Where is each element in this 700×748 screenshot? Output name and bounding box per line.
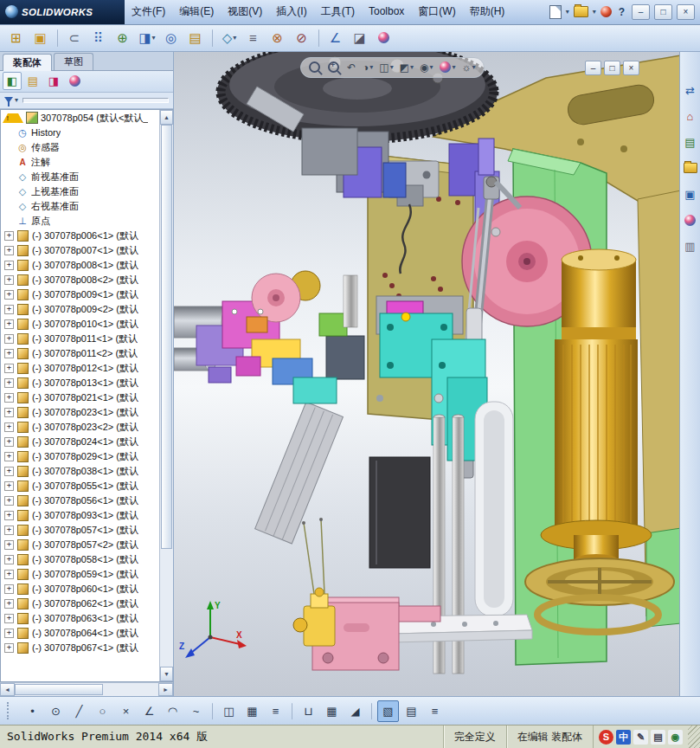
scroll-right-icon[interactable]: ► — [158, 683, 173, 696]
appearances-icon[interactable] — [681, 211, 699, 229]
tree-item[interactable]: + (-) 307078p006<1> (默认 — [1, 229, 159, 243]
expand-toggle-icon[interactable]: + — [4, 496, 14, 506]
section-view-icon[interactable]: ◑▾ — [361, 61, 375, 74]
tree-item[interactable]: + (-) 307078p063<1> (默认 — [1, 611, 159, 626]
document-close-button[interactable]: × — [623, 61, 639, 75]
new-document-icon[interactable] — [549, 5, 562, 19]
bill-of-materials-icon[interactable]: ≡ — [242, 27, 265, 49]
tree-item[interactable]: + (-) 307078p060<1> (默认 — [1, 582, 159, 596]
tree-item[interactable]: + (-) 307078p029<1> (默认 — [1, 449, 159, 464]
tree-item[interactable]: + (-) 307078p007<1> (默认 — [1, 243, 159, 258]
arc-tool-icon[interactable]: ◠ — [162, 700, 183, 722]
resize-grip[interactable] — [688, 725, 700, 748]
menu-item[interactable]: 窗口(W) — [411, 0, 462, 23]
show-hidden-components-icon[interactable]: ◎ — [160, 27, 183, 49]
menu-item[interactable]: 工具(T) — [314, 0, 362, 23]
mate-icon[interactable]: ⊂ — [63, 27, 86, 49]
tree-item[interactable]: 注解 — [1, 155, 159, 170]
scroll-down-icon[interactable]: ▼ — [160, 667, 173, 681]
configurationmanager-tab[interactable]: ◨ — [44, 72, 63, 90]
ellipse-tool-icon[interactable]: ○ — [92, 700, 113, 722]
expand-toggle-icon[interactable]: + — [4, 467, 14, 476]
tree-item[interactable]: + (-) 307078p058<1> (默认 — [1, 552, 159, 567]
tree-item[interactable]: + (-) 307078p012<1> (默认 — [1, 361, 159, 376]
filter-dropdown-icon[interactable]: ▾ — [15, 96, 18, 104]
wireframe-display-icon[interactable]: ▤ — [401, 700, 422, 722]
section-tool-icon[interactable]: ◪ — [349, 27, 371, 49]
expand-toggle-icon[interactable]: + — [4, 349, 14, 358]
window-minimize-button[interactable]: – — [632, 4, 650, 20]
expand-toggle-icon[interactable]: + — [4, 437, 14, 447]
scroll-thumb[interactable] — [161, 125, 172, 550]
resources-sphere-icon[interactable] — [600, 6, 612, 17]
tree-root-item[interactable]: 307078p054 (默认<默认_ — [1, 111, 159, 126]
move-component-icon[interactable]: ◨▾ — [136, 27, 158, 49]
edit-appearance-icon[interactable]: ▾ — [438, 61, 458, 74]
menu-item[interactable]: 编辑(E) — [172, 0, 221, 23]
menu-item[interactable]: Toolbox — [362, 0, 411, 23]
tree-item[interactable]: 前视基准面 — [1, 170, 159, 184]
expand-toggle-icon[interactable]: + — [4, 261, 14, 270]
tree-vertical-scrollbar[interactable]: ▲ ▼ — [159, 110, 173, 682]
circle-tool-icon[interactable]: ⊙ — [45, 700, 67, 722]
expand-toggle-icon[interactable]: + — [4, 290, 14, 300]
tree-item[interactable]: 传感器 — [1, 140, 159, 155]
tree-item[interactable]: + (-) 307078p093<1> (默认 — [1, 508, 159, 523]
zoom-area-icon[interactable] — [326, 61, 343, 74]
tree-item[interactable]: + (-) 307078p057<2> (默认 — [1, 538, 159, 552]
tree-item[interactable]: + (-) 307078p023<2> (默认 — [1, 420, 159, 435]
design-library-icon[interactable]: ▤ — [681, 133, 699, 152]
menu-item[interactable]: 帮助(H) — [463, 0, 512, 23]
pattern-entities-icon[interactable]: ▦ — [241, 700, 263, 722]
tree-horizontal-scrollbar[interactable]: ◄ ► — [0, 682, 173, 696]
list-display-icon[interactable]: ≡ — [424, 700, 446, 722]
expand-toggle-icon[interactable]: + — [4, 599, 14, 609]
expand-toggle-icon[interactable]: + — [4, 319, 14, 329]
window-maximize-button[interactable]: □ — [654, 4, 672, 20]
expand-toggle-icon[interactable]: + — [4, 584, 14, 594]
scroll-up-icon[interactable]: ▲ — [160, 110, 173, 125]
assembly-features-icon[interactable]: ▤ — [184, 27, 207, 49]
help-icon[interactable]: ? — [616, 6, 627, 18]
tool-head-cluster[interactable] — [174, 87, 364, 544]
tree-item[interactable]: + (-) 307078p009<2> (默认 — [1, 302, 159, 317]
offset-entities-icon[interactable]: ≡ — [265, 700, 286, 722]
line-tool-icon[interactable]: ╱ — [68, 700, 90, 722]
open-document-dropdown-icon[interactable]: ▾ — [593, 8, 596, 16]
expand-toggle-icon[interactable]: + — [4, 614, 14, 623]
menu-item[interactable]: 视图(V) — [221, 0, 269, 23]
interference-detection-icon[interactable]: ⊘ — [291, 27, 313, 49]
scroll-left-icon[interactable]: ◄ — [0, 683, 15, 696]
tree-item[interactable]: + (-) 307078p057<1> (默认 — [1, 523, 159, 538]
expand-toggle-icon[interactable]: + — [4, 231, 14, 241]
expand-toggle-icon[interactable]: + — [4, 540, 14, 550]
document-minimize-button[interactable]: – — [585, 61, 601, 75]
tree-item[interactable]: + (-) 307078p013<1> (默认 — [1, 376, 159, 390]
tree-item[interactable]: + (-) 307078p008<2> (默认 — [1, 273, 159, 287]
tree-item[interactable]: + (-) 307078p055<1> (默认 — [1, 479, 159, 493]
expand-toggle-icon[interactable]: + — [4, 643, 14, 653]
ime-toolbox-icon[interactable]: ◉ — [668, 730, 683, 745]
expand-toggle-icon[interactable]: + — [4, 481, 14, 491]
document-restore-button[interactable]: □ — [604, 61, 620, 75]
view-orientation-icon[interactable]: ◫▾ — [377, 61, 395, 74]
weld-bead-icon[interactable]: ⊔ — [298, 700, 319, 722]
grid-snap-icon[interactable]: ▦ — [321, 700, 343, 722]
expand-toggle-icon[interactable]: + — [4, 305, 14, 314]
hide-show-items-icon[interactable]: ◉▾ — [418, 61, 435, 74]
tree-item[interactable]: + (-) 307078p038<1> (默认 — [1, 464, 159, 479]
tree-item[interactable]: + (-) 307078p023<1> (默认 — [1, 405, 159, 420]
tree-item[interactable]: + (-) 307078p062<1> (默认 — [1, 596, 159, 611]
tree-item[interactable]: + (-) 307078p067<1> (默认 — [1, 641, 159, 655]
expand-toggle-icon[interactable]: + — [4, 511, 14, 520]
ime-sogou-icon[interactable]: S — [599, 730, 613, 745]
file-explorer-icon[interactable] — [681, 159, 699, 177]
view-setting-icon[interactable]: ☼▾ — [460, 61, 478, 74]
tree-item[interactable]: 上视基准面 — [1, 184, 159, 199]
shaded-display-icon[interactable]: ▧ — [377, 700, 399, 722]
window-close-button[interactable]: × — [677, 4, 695, 20]
exploded-view-icon[interactable]: ⊗ — [267, 27, 289, 49]
angle-dimension-icon[interactable]: ∠ — [138, 700, 160, 722]
panel-splitter[interactable] — [22, 98, 169, 103]
tree-item[interactable]: + (-) 307078p059<1> (默认 — [1, 567, 159, 582]
